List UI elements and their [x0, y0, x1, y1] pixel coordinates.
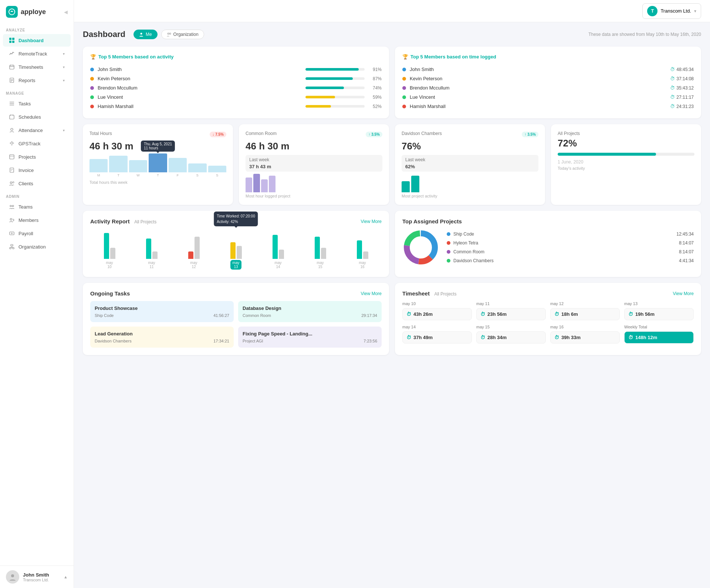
sidebar-item-tasks[interactable]: Tasks [3, 97, 71, 110]
sidebar-item-projects[interactable]: Projects [3, 151, 71, 163]
sidebar-item-gpstrack[interactable]: GPSTrack [3, 137, 71, 150]
common-room-label: Common Room [246, 131, 277, 136]
sidebar-item-members[interactable]: Members [3, 214, 71, 226]
svg-rect-34 [10, 247, 11, 249]
bar-day-wrap: W [129, 160, 147, 177]
timesheet-cell: may 16 ⏱ 39h 33m [550, 325, 620, 344]
clock-icon: ⏱ [670, 104, 675, 109]
sidebar-teams-label: Teams [18, 204, 33, 210]
act-bar-green [188, 251, 193, 259]
activity-day-wrap: may 15 [301, 229, 339, 270]
org-name: Transcom Ltd. [660, 8, 691, 14]
member-time: ⏱ 48:45:34 [670, 67, 694, 72]
act-date-label: may 12 [188, 260, 200, 270]
sidebar-item-remotetrack[interactable]: RemoteTrack ▾ [3, 47, 71, 60]
ongoing-tasks-view-more[interactable]: View More [361, 291, 382, 296]
all-projects-value: 72% [558, 138, 694, 149]
activity-members-list: John Smith 91% Kevin Peterson 87% Brendo… [90, 65, 382, 111]
act-bar-pair [146, 229, 158, 259]
act-bar-green [146, 239, 151, 259]
sidebar-item-clients[interactable]: Clients [3, 177, 71, 190]
timesheet-cell: may 15 ⏱ 28h 34m [476, 325, 546, 344]
time-value: ⏱ 18h 6m [550, 308, 620, 320]
task-time: 29:17:34 [361, 313, 377, 318]
donut-svg [402, 229, 439, 266]
common-room-lw-label: Last week [249, 157, 379, 162]
dashboard-title-row: Dashboard Me Organization [83, 30, 204, 39]
tab-me[interactable]: Me [133, 30, 158, 39]
task-meta: Project AGI 7:23:56 [243, 339, 377, 343]
dashboard-content: Dashboard Me Organization These data are… [74, 22, 710, 368]
sidebar-members-label: Members [18, 217, 38, 223]
top-bar: T Transcom Ltd. ▾ [74, 0, 710, 22]
activity-day-wrap: Time Worked: 07:20:00Activity: 42% may 1… [217, 229, 255, 270]
sidebar-item-payroll[interactable]: Payroll [3, 227, 71, 240]
remotetrack-chevron: ▾ [63, 52, 65, 56]
collapse-btn[interactable]: ◀ [64, 9, 68, 15]
main-content: T Transcom Ltd. ▾ Dashboard Me Organizat… [74, 0, 710, 588]
legend-dot [447, 241, 450, 245]
donut-chart [402, 229, 439, 266]
member-dot [90, 105, 94, 108]
legend-project-name: Common Room [453, 249, 484, 254]
activity-report-sub: All Projects [134, 219, 156, 224]
legend-time: 8:14:07 [679, 249, 694, 254]
legend-item: Ship Code 12:45:34 [447, 230, 694, 239]
sidebar-item-teams[interactable]: Teams [3, 200, 71, 213]
member-name: John Smith [98, 67, 302, 72]
svg-rect-21 [10, 155, 14, 159]
task-name: Product Showcase [95, 305, 229, 311]
activity-report-view-more[interactable]: View More [361, 219, 382, 224]
svg-point-28 [10, 205, 11, 207]
legend-dot [447, 232, 450, 236]
svg-rect-4 [12, 41, 14, 43]
bar-day-label: F [177, 173, 179, 177]
task-time: 7:23:56 [364, 339, 377, 343]
common-room-value: 46 h 30 m [246, 141, 382, 152]
activity-report-card: Activity Report All Projects View More m… [83, 211, 389, 277]
tab-organization[interactable]: Organization [161, 30, 204, 39]
activity-report-title-row: Activity Report All Projects [90, 218, 156, 225]
user-profile[interactable]: John Smith Transcom Ltd. ▲ [0, 565, 74, 588]
sidebar-item-dashboard[interactable]: Dashboard [3, 34, 71, 47]
invoice-icon [9, 167, 15, 173]
timesheets-icon [9, 64, 15, 70]
activity-report-title: Activity Report [90, 218, 130, 224]
top-activity-title: 🏆 Top 5 Members based on activity [90, 54, 382, 60]
cr-bar-3 [261, 179, 268, 192]
sidebar-item-attendance[interactable]: Attendance ▾ [3, 124, 71, 136]
member-name: Hamish Marshall [98, 104, 302, 109]
davidson-header: Davidson Chambers ↑ 3.5% [402, 131, 538, 138]
time-value: ⏱ 37h 49m [402, 331, 472, 344]
timesheet-view-more[interactable]: View More [673, 291, 694, 296]
progress-fill [305, 87, 344, 89]
davidson-sublabel: Most project activity [402, 194, 538, 198]
act-bar-pair [273, 229, 284, 259]
weekly-value: ⏱ 148h 12m [624, 331, 694, 344]
member-dot [90, 95, 94, 99]
org-selector[interactable]: T Transcom Ltd. ▾ [642, 3, 701, 19]
top-projects-title: Top Assigned Projects [402, 218, 462, 224]
act-bar-gray [237, 246, 242, 259]
time-value: ⏱ 19h 56m [624, 308, 694, 320]
act-bar-green [357, 240, 362, 259]
time-member-name: Hamish Marshall [410, 104, 666, 109]
activity-member-row: Lue Vincent 59% [90, 92, 382, 102]
sidebar-item-schedules[interactable]: Schedules [3, 111, 71, 123]
admin-section-label: Admin [0, 190, 74, 200]
task-meta: Common Room 29:17:34 [243, 313, 377, 318]
act-bar-container: Time Worked: 07:20:00Activity: 42% [230, 229, 242, 259]
member-time: ⏱ 35:43:12 [670, 85, 694, 91]
sidebar-item-timesheets[interactable]: Timesheets ▾ [3, 61, 71, 73]
legend-project-name: Hyleon Tetra [453, 240, 478, 246]
svg-point-20 [11, 142, 13, 144]
timesheet-cell: may 11 ⏱ 23h 56m [476, 301, 546, 320]
sidebar-item-organization[interactable]: Organization [3, 240, 71, 253]
trophy-time-icon: 🏆 [402, 54, 408, 60]
all-projects-sublabel: Today's activity [558, 166, 694, 170]
sidebar-item-reports[interactable]: Reports ▾ [3, 74, 71, 87]
bar [208, 166, 226, 172]
sidebar-item-invoice[interactable]: Invoice [3, 164, 71, 176]
timesheet-card: Timesheet All Projects View More may 10 … [395, 283, 701, 355]
legend-project-name: Ship Code [453, 232, 474, 237]
